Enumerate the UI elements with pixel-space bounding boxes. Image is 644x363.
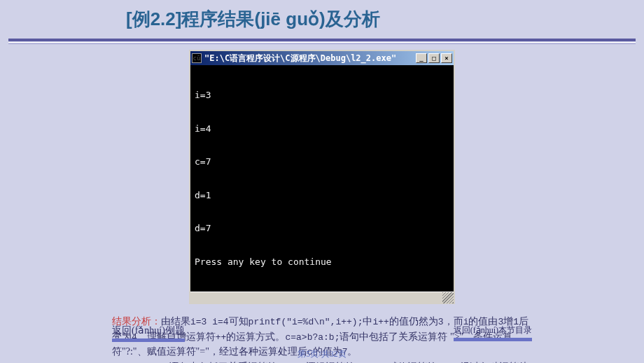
term-line: i=4 — [195, 123, 449, 135]
window-frame: cū "E:\C语言程序设计\C源程序\Debug\l2_2.exe" _ □ … — [189, 50, 455, 304]
term-line: d=1 — [195, 189, 449, 202]
title-pinyin: (jiē guǒ) — [254, 8, 325, 29]
titlebar-text: "E:\C语言程序设计\C源程序\Debug\l2_2.exe" — [204, 53, 416, 64]
link-back-example[interactable]: 返回(fǎnhuí)例题 — [112, 324, 185, 342]
titlebar: cū "E:\C语言程序设计\C源程序\Debug\l2_2.exe" _ □ … — [190, 51, 454, 65]
page-indicator: 第5页/共32页 — [0, 348, 644, 360]
nav-links: 返回(fǎnhuí)例题 返回(fǎnhuí)本节目录 — [112, 324, 532, 342]
page-title: [例2.2]程序结果(jiē guǒ)及分析 — [126, 8, 380, 29]
terminal-output: i=3 i=4 c=7 d=1 d=7 Press any key to con… — [190, 65, 454, 292]
term-line: i=3 — [195, 89, 449, 102]
app-icon: cū — [192, 53, 202, 63]
slide-header: [例2.2]程序结果(jiē guǒ)及分析 — [0, 0, 644, 36]
link-back-toc[interactable]: 返回(fǎnhuí)本节目录 — [454, 324, 532, 342]
term-line: d=7 — [195, 222, 449, 235]
title-prefix: [例2.2]程序结果 — [126, 8, 254, 29]
title-suffix: 及分析 — [326, 8, 380, 29]
term-line: Press any key to continue — [195, 256, 449, 268]
term-line: c=7 — [195, 156, 449, 168]
maximize-button[interactable]: □ — [428, 53, 440, 63]
resize-grip-icon — [442, 292, 454, 303]
minimize-button[interactable]: _ — [416, 53, 427, 63]
statusbar — [190, 292, 454, 303]
close-button[interactable]: × — [441, 53, 452, 63]
console-screenshot: cū "E:\C语言程序设计\C源程序\Debug\l2_2.exe" _ □ … — [0, 50, 644, 304]
header-rule — [8, 39, 636, 44]
window-buttons: _ □ × — [416, 53, 452, 63]
